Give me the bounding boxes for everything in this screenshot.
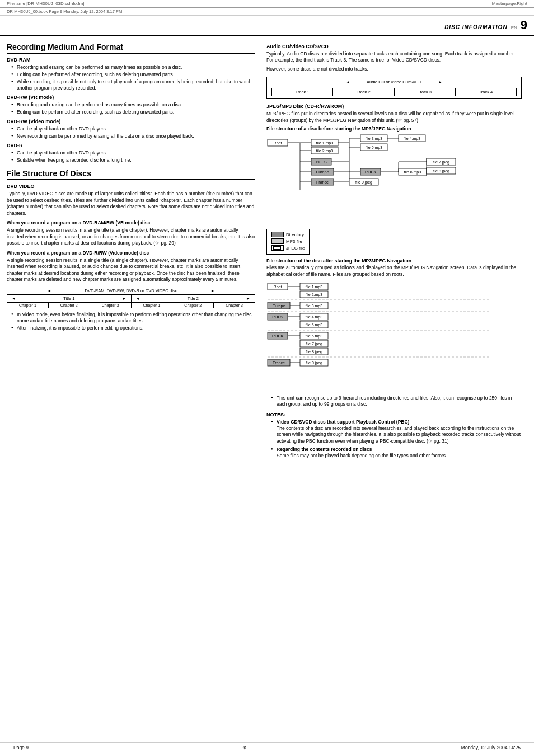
page: Filename [DR-MH30UJ_03DiscInfo.fm] Maste…: [0, 0, 534, 756]
audio-cd-title: Audio CD/Video CD/SVCD: [266, 44, 522, 49]
legend-jpeg-label: JPEG file: [286, 246, 305, 251]
svg-text:file 1.mp3: file 1.mp3: [306, 285, 322, 289]
dvd-ram-title: DVD-RAM: [7, 57, 255, 63]
svg-text:file 9.jpeg: file 9.jpeg: [355, 180, 372, 185]
audio-cd-diagram: ◄ Audio CD or Video CD/SVCD ► Track 1 Tr…: [266, 77, 522, 99]
dvd-r-title: DVD-R: [7, 143, 255, 148]
jpeg-title: JPEG/MP3 Disc (CD-R/RW/ROM): [266, 104, 522, 109]
svg-text:file 4.mp3: file 4.mp3: [404, 137, 420, 141]
footer-page-right: Monday, 12 July 2004 14:25: [461, 745, 521, 750]
ch2a-label: Chapter 2: [49, 303, 90, 308]
legend-mp3: MP3 file: [271, 238, 305, 244]
svg-text:ROCK: ROCK: [272, 334, 284, 338]
left-column: Recording Medium And Format DVD-RAM Reco…: [7, 40, 264, 461]
when-dvdr-text: A single recording session results in a …: [7, 257, 255, 283]
ch1b-label: Chapter 1: [132, 303, 173, 308]
svg-text:file 8.jpeg: file 8.jpeg: [306, 350, 322, 354]
track4-label: Track 4: [456, 88, 516, 96]
list-item: Can be played back on other DVD players.: [11, 126, 255, 132]
ch2b-label: Chapter 2: [172, 303, 214, 308]
title1-label: Title 1: [63, 296, 74, 301]
section2-title: File Structure Of Discs: [7, 169, 255, 180]
note1-item: Video CD/SVCD discs that support Playbac…: [271, 419, 522, 444]
svg-text:file 2.mp3: file 2.mp3: [316, 149, 333, 153]
footer-crosshair-icon: ⊕: [242, 745, 247, 750]
page-header-right: DISC INFORMATION EN 9: [444, 18, 527, 32]
list-item: Recording and erasing can be performed a…: [11, 64, 255, 71]
list-item: This unit can recognise up to 9 hierarch…: [271, 395, 522, 407]
bottom-left-list: In Video mode, even before finalizing, i…: [7, 312, 255, 331]
svg-text:POPS: POPS: [316, 160, 327, 164]
notes-list: Video CD/SVCD discs that support Playbac…: [266, 419, 522, 458]
section1-title: Recording Medium And Format: [7, 43, 255, 54]
svg-text:file 5.mp3: file 5.mp3: [366, 145, 382, 150]
notes-header: NOTES:: [266, 412, 522, 417]
svg-text:file 7.jpeg: file 7.jpeg: [433, 160, 449, 165]
list-item: In Video mode, even before finalizing, i…: [11, 312, 255, 324]
ch1a-label: Chapter 1: [7, 303, 49, 308]
list-item: Editing can be performed after recording…: [11, 72, 255, 78]
note2-bold: Regarding the contents recorded on discs: [277, 447, 372, 452]
list-item: Suitable when keeping a recorded disc fo…: [11, 157, 255, 163]
en-label: EN: [511, 25, 517, 30]
disc-info-label: DISC INFORMATION: [444, 24, 507, 30]
audio-cd-text1: Typically, Audio CD discs are divided in…: [266, 51, 522, 64]
note1-bold: Video CD/SVCD discs that support Playbac…: [277, 419, 409, 425]
svg-text:file 5.mp3: file 5.mp3: [306, 323, 322, 327]
list-item: Editing can be performed after recording…: [11, 109, 255, 115]
page-num: 9: [521, 18, 527, 32]
note2-item: Regarding the contents recorded on discs…: [271, 447, 522, 459]
svg-text:file 7.jpeg: file 7.jpeg: [306, 342, 322, 346]
page-footer: Page 9 ⊕ Monday, 12 July 2004 14:25: [0, 742, 534, 750]
filename-label: Filename [DR-MH30UJ_03DiscInfo.fm]: [7, 1, 84, 6]
svg-text:file 6.mp3: file 6.mp3: [306, 334, 322, 339]
footer-page-left: Page 9: [13, 745, 29, 750]
svg-text:file 4.mp3: file 4.mp3: [306, 315, 322, 320]
svg-text:Europe: Europe: [316, 170, 329, 175]
when-dvd-ram-text: A single recording session results in a …: [7, 227, 255, 246]
dvd-diagram: ◄ DVD-RAM, DVD-RW, DVD-R or DVD VIDEO di…: [7, 287, 255, 308]
svg-text:file 9.jpeg: file 9.jpeg: [306, 361, 322, 365]
ch3a-label: Chapter 3: [90, 303, 131, 308]
dvd-video-text: Typically, DVD VIDEO discs are made up o…: [7, 191, 255, 217]
svg-text:file 3.mp3: file 3.mp3: [366, 137, 382, 141]
track2-label: Track 2: [333, 88, 394, 96]
tree-diagram-before: Root file 1.mp3 file 3: [266, 134, 522, 224]
svg-text:ROCK: ROCK: [365, 170, 377, 174]
svg-text:file 1.mp3: file 1.mp3: [316, 141, 333, 145]
legend-jpeg: JPEG file: [271, 245, 305, 251]
note2-text: Some files may not be played back depend…: [277, 453, 447, 458]
dvd-video-title: DVD VIDEO: [7, 184, 255, 189]
content-area: Recording Medium And Format DVD-RAM Reco…: [0, 36, 534, 466]
audio-cd-text2: However, some discs are not divided into…: [266, 66, 522, 72]
ch3b-label: Chapter 3: [214, 303, 255, 308]
right-bottom-list: This unit can recognise up to 9 hierarch…: [266, 395, 522, 407]
legend-box: Directory MP3 file JPEG file: [266, 229, 310, 255]
svg-text:France: France: [316, 180, 329, 184]
right-column: Audio CD/Video CD/SVCD Typically, Audio …: [264, 40, 522, 461]
masterpage-label: Masterpage:Right: [492, 1, 527, 6]
svg-text:file 3.mp3: file 3.mp3: [306, 304, 322, 308]
file-struct-before-title: File structure of a disc before starting…: [266, 126, 522, 132]
dvd-ram-list: Recording and erasing can be performed a…: [7, 64, 255, 91]
svg-text:Root: Root: [274, 285, 282, 289]
when-dvd-ram-title: When you record a program on a DVD-RAM/R…: [7, 220, 255, 226]
svg-text:Europe: Europe: [273, 304, 285, 308]
when-dvdr-title: When you record a program on a DVD-R/RW …: [7, 250, 255, 256]
legend-mp3-label: MP3 file: [286, 239, 302, 244]
audio-cd-tracks: Track 1 Track 2 Track 3 Track 4: [271, 88, 517, 96]
note1-text: The contents of a disc are recorded into…: [277, 425, 521, 443]
legend-directory: Directory: [271, 232, 305, 237]
svg-text:file 8.jpeg: file 8.jpeg: [433, 169, 449, 173]
dvd-diagram-label: DVD-RAM, DVD-RW, DVD-R or DVD VIDEO disc: [85, 288, 177, 293]
list-item: Recording and erasing can be performed a…: [11, 102, 255, 108]
list-item: While recording, it is possible not only…: [11, 79, 255, 91]
svg-text:file 6.mp3: file 6.mp3: [404, 170, 421, 175]
dvd-r-list: Can be played back on other DVD players.…: [7, 150, 255, 163]
tree-diagram-after: Root file 1.mp3 file 2.mp3 Europe: [266, 280, 522, 393]
jpeg-text: MP3/JPEG files put in directories nested…: [266, 111, 522, 124]
svg-text:Root: Root: [274, 141, 282, 145]
track3-label: Track 3: [395, 88, 456, 96]
svg-text:France: France: [273, 361, 285, 365]
title2-label: Title 2: [188, 296, 199, 301]
